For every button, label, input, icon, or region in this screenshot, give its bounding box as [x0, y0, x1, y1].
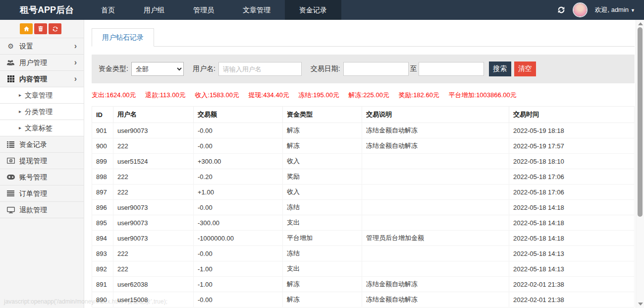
table-row: 901user90073-0.00解冻冻结金额自动解冻2022-05-19 18… [92, 123, 635, 138]
scroll-up-icon[interactable] [638, 22, 643, 25]
col-username: 用户名 [113, 107, 194, 123]
nav-item-home[interactable]: 首页 [87, 0, 129, 20]
date-to-label: 至 [410, 64, 417, 73]
table-row: 899user51524+300.00收入2022-05-18 18:10 [92, 154, 635, 169]
clear-button[interactable]: 清空 [514, 62, 536, 76]
nav-item-articles[interactable]: 文章管理 [228, 0, 285, 20]
welcome-dropdown[interactable]: 欢迎, admin▼ [594, 5, 635, 14]
trash-icon[interactable] [34, 23, 47, 34]
search-button[interactable]: 搜索 [489, 62, 511, 76]
sidebar-item-order-management[interactable]: 订单管理 [0, 185, 84, 202]
nav-item-usergroup[interactable]: 用户组 [129, 0, 179, 20]
table-cell: +1.00 [194, 185, 283, 200]
avatar[interactable] [574, 3, 587, 16]
table-cell: 2022-05-18 14:18 [509, 231, 635, 246]
nav-item-funds[interactable]: 资金记录 [285, 0, 341, 20]
gear-icon: ⚙ [6, 42, 15, 50]
sidebar-item-account-management[interactable]: 账号管理 [0, 169, 84, 185]
date-to-input[interactable] [419, 62, 484, 76]
sidebar-item-label: 提现管理 [19, 153, 84, 169]
table-cell: 奖励 [283, 169, 362, 185]
table-row: 890user15008-0.00解冻冻结金额自动解冻2022-02-01 21… [92, 292, 635, 308]
col-description: 交易说明 [362, 107, 509, 123]
sidebar-item-label: 退款管理 [19, 202, 84, 218]
trade-date-label: 交易日期: [311, 64, 340, 73]
vertical-scrollbar [636, 20, 644, 308]
scrollbar-thumb[interactable] [638, 27, 643, 217]
grid-icon [6, 75, 15, 83]
refresh-icon[interactable] [557, 5, 566, 14]
sidebar-item-withdrawal-management[interactable]: 提现管理 [0, 153, 84, 169]
table-cell: 222 [113, 138, 194, 154]
table-cell: 890 [92, 292, 113, 308]
welcome-text: 欢迎, admin [594, 6, 629, 13]
table-cell: -0.00 [194, 200, 283, 215]
table-cell: 收入 [283, 185, 362, 200]
tab-user-diamond-records[interactable]: 用户钻石记录 [92, 28, 154, 47]
table-cell: -0.00 [194, 138, 283, 154]
sidebar-subitem-article-management[interactable]: ▸ 文章管理 [0, 87, 84, 104]
table-row: 894user90073-1000000.00平台增加管理员后台增加金额2022… [92, 231, 635, 246]
table-cell: +300.00 [194, 154, 283, 169]
table-cell: 222 [113, 246, 194, 261]
username-label: 用户名: [193, 64, 215, 73]
table-cell [362, 169, 509, 185]
sidebar-item-label: 分类管理 [25, 104, 84, 120]
sidebar-item-label: 用户管理 [19, 55, 74, 70]
table-cell: 894 [92, 231, 113, 246]
table-cell: -300.00 [194, 215, 283, 231]
table-cell [362, 185, 509, 200]
table-cell: 899 [92, 154, 113, 169]
table-cell: 2022-05-18 17:06 [509, 169, 635, 185]
table-cell [362, 215, 509, 231]
table-cell: user62038 [113, 277, 194, 292]
table-cell: 2022-05-18 17:06 [509, 185, 635, 200]
table-cell: -0.20 [194, 169, 283, 185]
table-cell: -0.00 [194, 123, 283, 138]
recycle-icon[interactable] [49, 23, 61, 34]
table-cell: 893 [92, 246, 113, 261]
list-icon [6, 140, 15, 148]
sidebar-item-settings[interactable]: ⚙ 设置 › [0, 38, 84, 55]
table-header-row: ID 用户名 交易额 资金类型 交易说明 交易时间 [92, 107, 635, 123]
scroll-down-icon[interactable] [638, 303, 643, 306]
table-cell: 895 [92, 215, 113, 231]
navbar-right: 欢迎, admin▼ [557, 0, 644, 20]
table-cell: user90073 [113, 231, 194, 246]
table-cell: 2022-05-18 14:13 [509, 261, 635, 277]
sidebar-item-content-management[interactable]: 内容管理 › [0, 71, 84, 87]
table-cell: -0.00 [194, 292, 283, 308]
date-from-input[interactable] [343, 62, 409, 76]
sidebar-item-user-management[interactable]: 用户管理 › [0, 55, 84, 71]
stat-reward: 奖励:182.60元 [399, 91, 439, 99]
desktop-icon [6, 206, 15, 214]
table-cell: 冻结金额自动解冻 [362, 138, 509, 154]
fund-type-select[interactable]: 全部 [131, 62, 184, 76]
filter-panel: 资金类型: 全部 用户名: 交易日期: 至 搜索 清空 [92, 55, 635, 83]
col-fund-type: 资金类型 [283, 107, 362, 123]
app-brand[interactable]: 租号APP后台 [0, 0, 87, 20]
sidebar-item-label: 内容管理 [19, 71, 74, 87]
top-navbar: 租号APP后台 首页 用户组 管理员 文章管理 资金记录 欢迎, admin▼ [0, 0, 644, 20]
table-row: 893222-0.00冻结2022-05-18 14:13 [92, 246, 635, 261]
stat-frozen: 冻结:195.00元 [299, 91, 339, 99]
sidebar-item-label: 账号管理 [19, 169, 84, 185]
home-icon[interactable] [20, 23, 33, 34]
table-cell: 解冻 [283, 292, 362, 308]
table-cell: 892 [92, 261, 113, 277]
table-cell: 支出 [283, 215, 362, 231]
nav-item-admins[interactable]: 管理员 [179, 0, 228, 20]
col-id: ID [92, 107, 113, 123]
gamepad-icon [6, 173, 15, 181]
sidebar-subitem-article-tags[interactable]: ▸ 文章标签 [0, 120, 84, 136]
sidebar-item-refund-management[interactable]: 退款管理 [0, 202, 84, 218]
table-cell: 222 [113, 169, 194, 185]
username-input[interactable] [218, 62, 302, 76]
table-cell: 2022-05-18 18:10 [509, 154, 635, 169]
table-cell: 2022-02-01 21:38 [509, 292, 635, 308]
sidebar-item-fund-records[interactable]: 资金记录 [0, 136, 84, 153]
sidebar-item-label: 订单管理 [19, 185, 84, 201]
table-cell: 管理员后台增加金额 [362, 231, 509, 246]
table-cell: 2022-05-19 17:57 [509, 138, 635, 154]
sidebar-subitem-category-management[interactable]: ▸ 分类管理 [0, 104, 84, 120]
